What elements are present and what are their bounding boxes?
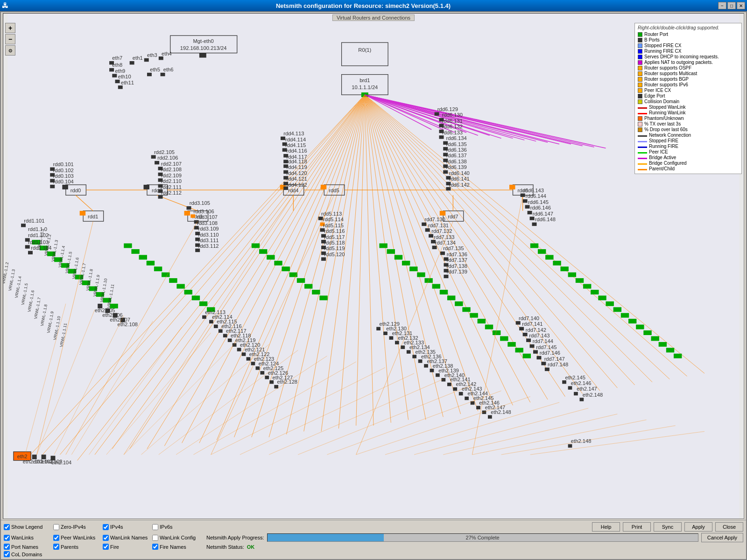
- svg-rect-453: [545, 255, 553, 259]
- svg-text:rdd5.119: rdd5.119: [324, 245, 345, 251]
- svg-rect-264: [321, 257, 326, 260]
- close-button[interactable]: ✕: [737, 2, 745, 9]
- status-value: OK: [247, 544, 255, 550]
- peer-wanlinks-label: Peer WanLinks: [61, 535, 95, 540]
- svg-text:rdd6.136: rdd6.136: [446, 147, 466, 153]
- svg-rect-284: [444, 275, 448, 278]
- svg-rect-126: [161, 73, 165, 76]
- show-legend-checkbox-item: Show Legend: [4, 524, 50, 530]
- svg-text:eth2.148: eth2.148: [491, 409, 511, 415]
- svg-rect-287: [139, 255, 147, 259]
- svg-text:rdd4: rdd4: [288, 188, 298, 193]
- wanlink-names-checkbox[interactable]: [103, 535, 109, 541]
- svg-text:rdd7.138: rdd7.138: [447, 263, 467, 269]
- svg-text:rdd4.113: rdd4.113: [283, 131, 304, 136]
- legend-color-swatch: [638, 66, 642, 70]
- minimize-button[interactable]: −: [718, 2, 726, 9]
- svg-rect-472: [521, 194, 525, 197]
- wanlinks-checkbox[interactable]: [4, 535, 10, 541]
- parents-checkbox-item: Parents: [53, 544, 100, 550]
- svg-rect-312: [417, 273, 425, 277]
- svg-rect-465: [636, 325, 644, 329]
- svg-text:eth6: eth6: [163, 67, 174, 72]
- zoom-fit-button[interactable]: ⊙: [5, 45, 15, 56]
- legend-color-swatch: [638, 147, 647, 148]
- ipv4s-checkbox[interactable]: [103, 524, 109, 530]
- legend-item-label: Applies NAT to outgoing packets.: [644, 60, 713, 65]
- svg-rect-507: [568, 444, 572, 448]
- wanlinks-label: WanLinks: [11, 535, 34, 540]
- svg-text:eth2: eth2: [17, 454, 28, 459]
- col-domains-checkbox[interactable]: [4, 551, 10, 557]
- svg-rect-324: [507, 342, 515, 347]
- legend-color-swatch: [638, 158, 647, 159]
- legend-item-label: Peer ICE CX: [644, 88, 671, 93]
- svg-text:eth9: eth9: [115, 68, 126, 74]
- legend-color-swatch: [638, 55, 642, 59]
- svg-text:rdd6.141: rdd6.141: [449, 176, 470, 182]
- maximize-button[interactable]: □: [727, 2, 736, 9]
- sync-button[interactable]: Sync: [654, 522, 682, 532]
- zero-ipv4s-checkbox[interactable]: [53, 524, 59, 530]
- svg-text:eth2.146: eth2.146: [571, 380, 592, 386]
- svg-rect-274: [432, 245, 437, 249]
- zoom-out-button[interactable]: −: [5, 34, 15, 44]
- cancel-apply-button[interactable]: Cancel Apply: [701, 533, 743, 542]
- col-domains-label: CoL Domains: [11, 552, 42, 557]
- svg-text:rdd6.145: rdd6.145: [528, 199, 549, 205]
- wanlink-config-checkbox-item: WanLink Config: [152, 535, 199, 541]
- print-button[interactable]: Print: [623, 522, 651, 532]
- peer-wanlinks-checkbox[interactable]: [53, 535, 59, 541]
- svg-text:rdd7.134: rdd7.134: [435, 240, 456, 245]
- svg-rect-438: [536, 356, 541, 359]
- svg-rect-444: [562, 380, 566, 384]
- svg-text:rdd1: rdd1: [88, 214, 98, 219]
- ipv6s-checkbox[interactable]: [152, 524, 158, 530]
- svg-rect-452: [538, 249, 546, 254]
- svg-rect-184: [443, 170, 448, 174]
- svg-text:rdd5: rdd5: [329, 188, 339, 193]
- svg-rect-326: [523, 354, 531, 358]
- apply-button[interactable]: Apply: [684, 522, 712, 532]
- svg-rect-390: [389, 336, 394, 339]
- zoom-in-button[interactable]: +: [5, 23, 15, 33]
- svg-text:rdd6.140: rdd6.140: [449, 170, 470, 176]
- svg-rect-454: [553, 261, 561, 266]
- parents-checkbox[interactable]: [53, 544, 59, 550]
- legend-item: Router supports IPv6: [638, 82, 739, 87]
- svg-rect-460: [598, 295, 606, 300]
- legend-item: Phantom/Unknown: [638, 116, 739, 121]
- fire-names-checkbox[interactable]: [152, 544, 158, 550]
- svg-text:R0(1): R0(1): [358, 47, 371, 53]
- svg-rect-314: [432, 284, 440, 289]
- svg-rect-77: [321, 185, 326, 189]
- svg-text:rdd0.102: rdd0.102: [53, 168, 73, 173]
- legend-item-label: Peer ICE: [649, 149, 668, 154]
- legend-color-swatch: [638, 83, 642, 87]
- canvas-container[interactable]: Virtual Routers and Connections + − ⊙ Ri…: [3, 13, 744, 519]
- port-names-checkbox[interactable]: [4, 544, 10, 550]
- zoom-controls: + − ⊙: [5, 23, 15, 56]
- svg-text:rdd4.118: rdd4.118: [286, 159, 307, 164]
- svg-rect-455: [560, 266, 568, 271]
- svg-text:rdd6.142: rdd6.142: [449, 182, 470, 188]
- legend-item: Bridge Configured: [638, 161, 739, 166]
- wanlink-config-checkbox[interactable]: [152, 535, 158, 541]
- svg-rect-116: [118, 85, 123, 89]
- svg-text:rdd1.101: rdd1.101: [24, 218, 44, 224]
- legend-color-swatch: [638, 88, 642, 93]
- svg-rect-295: [199, 301, 207, 306]
- legend-item-label: Router supports Multicast: [644, 71, 697, 76]
- port-names-label: Port Names: [11, 544, 38, 550]
- legend-item: Edge Port: [638, 93, 739, 98]
- show-legend-checkbox[interactable]: [4, 524, 10, 530]
- svg-rect-322: [493, 330, 500, 335]
- help-button[interactable]: Help: [592, 522, 620, 532]
- network-diagram[interactable]: R0(1) brd1 10.1.1.1/24 Mgt-eth0 192.168.…: [3, 14, 744, 518]
- svg-rect-190: [446, 187, 451, 190]
- close-button-bottom[interactable]: Close: [715, 522, 743, 532]
- svg-rect-307: [379, 243, 387, 248]
- svg-rect-120: [144, 58, 149, 62]
- fire-checkbox[interactable]: [103, 544, 109, 550]
- svg-rect-128: [151, 155, 156, 158]
